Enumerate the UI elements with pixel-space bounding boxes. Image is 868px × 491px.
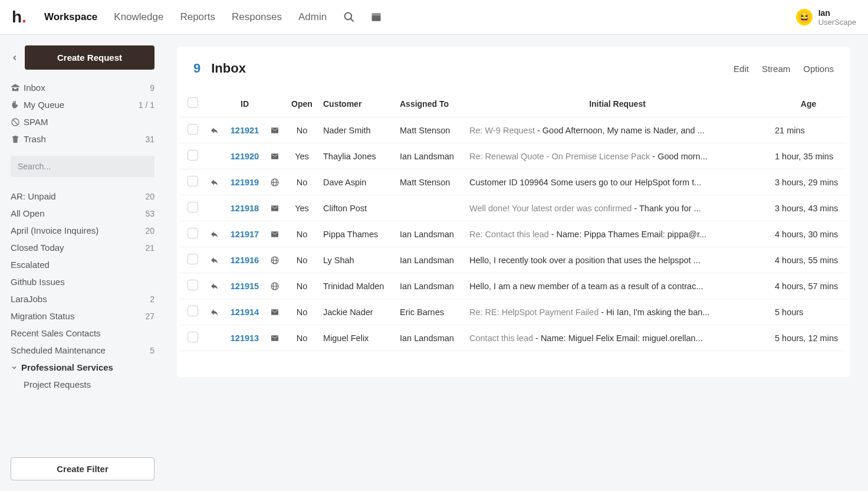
row-checkbox[interactable] xyxy=(188,124,198,135)
col-request[interactable]: Initial Request xyxy=(465,90,770,117)
reply-icon xyxy=(210,178,219,187)
filter-group-professional-services[interactable]: Professional Services xyxy=(11,359,154,376)
filter-label: Closed Today xyxy=(11,243,145,253)
nav-item-responses[interactable]: Responses xyxy=(232,11,282,23)
cell-age: 4 hours, 30 mins xyxy=(770,221,847,247)
request-id-link[interactable]: 121918 xyxy=(231,204,259,213)
mail-icon xyxy=(270,333,281,343)
reply-icon xyxy=(210,230,219,239)
cell-assigned xyxy=(395,195,465,221)
nav-item-reports[interactable]: Reports xyxy=(180,11,215,23)
filter-count: 21 xyxy=(145,243,154,253)
cell-open: No xyxy=(285,117,318,143)
col-assigned[interactable]: Assigned To xyxy=(395,90,465,117)
request-id-link[interactable]: 121921 xyxy=(231,126,259,135)
row-checkbox[interactable] xyxy=(188,150,198,161)
filter-item[interactable]: Scheduled Maintenance5 xyxy=(11,342,154,359)
create-request-button[interactable]: Create Request xyxy=(25,45,154,70)
row-checkbox[interactable] xyxy=(188,228,198,238)
mail-icon xyxy=(270,307,281,317)
row-checkbox[interactable] xyxy=(188,202,198,212)
sidebar-item-inbox[interactable]: Inbox9 xyxy=(11,79,154,96)
sidebar-item-my-queue[interactable]: My Queue1 / 1 xyxy=(11,96,154,113)
filter-label: Scheduled Maintenance xyxy=(11,345,150,355)
cell-initial-request: Re: W-9 Request - Good Afternoon, My nam… xyxy=(465,117,770,143)
request-id-link[interactable]: 121915 xyxy=(231,281,259,291)
filter-item[interactable]: Closed Today21 xyxy=(11,239,154,256)
request-id-link[interactable]: 121914 xyxy=(231,307,259,317)
panel-action-edit[interactable]: Edit xyxy=(734,64,749,74)
filter-subitem-project-requests[interactable]: Project Requests xyxy=(11,376,154,393)
filter-label: AR: Unpaid xyxy=(11,191,145,201)
cell-customer: Ly Shah xyxy=(318,247,395,273)
panel-action-stream[interactable]: Stream xyxy=(762,64,790,74)
cell-customer: Thaylia Jones xyxy=(318,143,395,169)
window-icon[interactable] xyxy=(370,11,382,23)
logo[interactable]: h. xyxy=(12,8,27,27)
row-checkbox[interactable] xyxy=(188,280,198,290)
globe-icon xyxy=(270,178,281,187)
row-checkbox[interactable] xyxy=(188,254,198,264)
cell-open: No xyxy=(285,325,318,351)
col-id[interactable]: ID xyxy=(224,90,265,117)
col-open[interactable]: Open xyxy=(285,90,318,117)
row-checkbox[interactable] xyxy=(188,332,198,342)
trash-icon xyxy=(11,135,24,144)
table-row[interactable]: 121918YesClifton PostWell done! Your lat… xyxy=(180,195,847,221)
cell-customer: Pippa Thames xyxy=(318,221,395,247)
svg-line-5 xyxy=(12,119,18,125)
select-all-checkbox[interactable] xyxy=(188,97,198,108)
table-row[interactable]: 121920YesThaylia JonesIan LandsmanRe: Re… xyxy=(180,143,847,169)
row-checkbox[interactable] xyxy=(188,306,198,316)
panel-action-options[interactable]: Options xyxy=(803,64,834,74)
table-row[interactable]: 121919NoDave AspinMatt StensonCustomer I… xyxy=(180,169,847,195)
filter-item[interactable]: Escalated xyxy=(11,256,154,273)
sidebar-search-input[interactable] xyxy=(11,156,154,177)
avatar: 😆 xyxy=(796,9,813,25)
nav-item-workspace[interactable]: Workspace xyxy=(44,11,97,23)
cell-open: No xyxy=(285,247,318,273)
back-chevron-icon[interactable] xyxy=(11,54,19,62)
filter-item[interactable]: April (Invoice Inquires)20 xyxy=(11,222,154,239)
table-row[interactable]: 121921NoNader SmithMatt StensonRe: W-9 R… xyxy=(180,117,847,143)
request-id-link[interactable]: 121916 xyxy=(231,256,259,265)
sidebar-item-trash[interactable]: Trash31 xyxy=(11,130,154,148)
filter-item[interactable]: Recent Sales Contacts xyxy=(11,325,154,342)
user-menu[interactable]: 😆 Ian UserScape xyxy=(796,8,856,27)
filter-item[interactable]: Github Issues xyxy=(11,273,154,290)
cell-age: 5 hours, 12 mins xyxy=(770,325,847,351)
table-row[interactable]: 121916NoLy ShahIan LandsmanHello, I rece… xyxy=(180,247,847,273)
table-row[interactable]: 121915NoTrinidad MaldenIan LandsmanHello… xyxy=(180,273,847,299)
mail-icon xyxy=(270,204,281,213)
cell-open: No xyxy=(285,299,318,325)
filter-item[interactable]: AR: Unpaid20 xyxy=(11,188,154,205)
chevron-down-icon xyxy=(11,364,21,371)
request-id-link[interactable]: 121917 xyxy=(231,230,259,239)
search-icon[interactable] xyxy=(343,11,355,23)
filter-item[interactable]: All Open53 xyxy=(11,205,154,222)
col-age[interactable]: Age xyxy=(770,90,847,117)
table-row[interactable]: 121917NoPippa ThamesIan LandsmanRe: Cont… xyxy=(180,221,847,247)
cell-assigned: Eric Barnes xyxy=(395,299,465,325)
nav-item-admin[interactable]: Admin xyxy=(298,11,327,23)
request-id-link[interactable]: 121920 xyxy=(231,152,259,161)
cell-age: 3 hours, 43 mins xyxy=(770,195,847,221)
cell-age: 4 hours, 57 mins xyxy=(770,273,847,299)
cell-initial-request: Contact this lead - Name: Miguel Felix E… xyxy=(465,325,770,351)
request-id-link[interactable]: 121913 xyxy=(231,333,259,343)
sidebar-item-spam[interactable]: SPAM xyxy=(11,113,154,130)
nav-item-knowledge[interactable]: Knowledge xyxy=(114,11,163,23)
table-row[interactable]: 121913NoMiguel FelixIan LandsmanContact … xyxy=(180,325,847,351)
globe-icon xyxy=(270,256,281,265)
inbox-count: 9 xyxy=(193,61,200,76)
col-customer[interactable]: Customer xyxy=(318,90,395,117)
table-row[interactable]: 121914NoJackie NaderEric BarnesRe: RE: H… xyxy=(180,299,847,325)
filter-count: 20 xyxy=(145,192,154,201)
request-id-link[interactable]: 121919 xyxy=(231,178,259,187)
row-checkbox[interactable] xyxy=(188,176,198,186)
filter-item[interactable]: LaraJobs2 xyxy=(11,290,154,307)
cell-initial-request: Well done! Your latest order was confirm… xyxy=(465,195,770,221)
filter-item[interactable]: Migration Status27 xyxy=(11,307,154,325)
cell-open: No xyxy=(285,221,318,247)
filter-label: LaraJobs xyxy=(11,294,150,304)
